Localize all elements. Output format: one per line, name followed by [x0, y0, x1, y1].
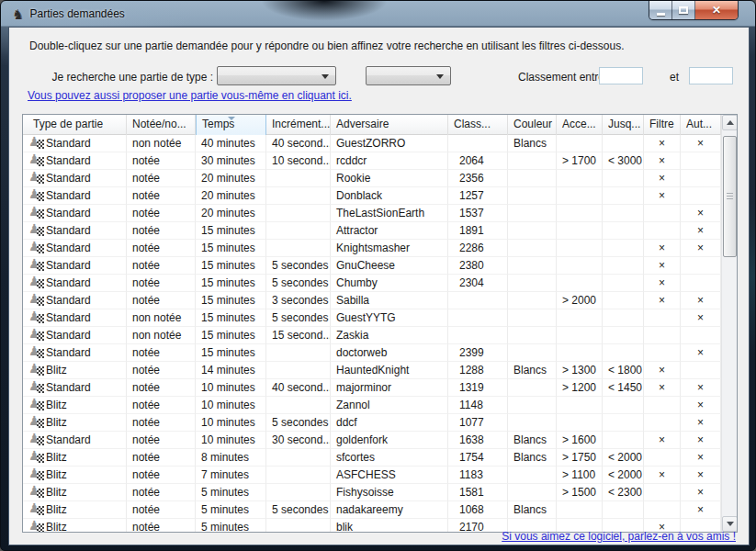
column-header-rated[interactable]: Notée/no...: [127, 115, 196, 135]
cell-type: Standard: [23, 379, 127, 397]
column-header-label: Notée/no...: [132, 118, 186, 130]
game-row[interactable]: Standardnotée20 minutesTheLastSionEarth1…: [23, 205, 723, 222]
game-row[interactable]: Blitznotée5 minutesFishysoisse1581> 1500…: [23, 484, 723, 501]
cell-to: [603, 222, 644, 240]
game-row[interactable]: Blitznotée10 minutesZannol1148×: [23, 397, 723, 414]
cell-increment: 5 secondes: [266, 309, 331, 327]
column-header-from[interactable]: Acce...: [557, 115, 603, 135]
game-row[interactable]: Standardnotée30 minutes10 second...rcddc…: [23, 152, 723, 170]
cell-rating: 2170: [448, 519, 508, 533]
game-row[interactable]: Standardnotée15 minutesAttractor1891×: [23, 222, 723, 240]
cell-type: Standard: [23, 135, 127, 152]
cell-filter: [644, 309, 681, 327]
cell-opponent: nadakareemy: [331, 501, 448, 519]
minimize-icon: [657, 13, 665, 16]
column-header-label: Class...: [454, 118, 491, 130]
close-button[interactable]: ✕: [695, 1, 738, 19]
chess-pawn-icon: [28, 172, 44, 186]
cell-rating: [448, 327, 508, 344]
cell-rated: non notée: [127, 327, 196, 344]
game-row[interactable]: Standardnotée15 minutes3 secondesSabilla…: [23, 292, 723, 309]
dialog-window: ♞ Parties demandées ✕ Double-cliquez sur…: [0, 0, 756, 551]
cell-to: [603, 501, 644, 519]
cell-rating: [448, 135, 508, 152]
cell-auto: ×: [681, 205, 721, 222]
cell-to: [603, 327, 644, 344]
cell-color: [508, 379, 557, 397]
cell-filter: [644, 501, 681, 519]
cell-rated: notée: [127, 222, 196, 240]
game-type-combobox[interactable]: [217, 66, 336, 85]
cell-increment: 40 second...: [266, 135, 331, 152]
chess-pawn-icon: [28, 276, 44, 290]
minimize-button[interactable]: [649, 1, 672, 19]
game-row[interactable]: Blitznotée14 minutesHauntedKnight1288Bla…: [23, 362, 723, 379]
column-header-auto[interactable]: Aut...: [681, 115, 721, 135]
scrollbar-thumb[interactable]: [723, 136, 737, 257]
cell-rating: 1891: [448, 222, 508, 240]
cell-opponent: Zannol: [331, 397, 448, 414]
cell-color: [508, 484, 557, 501]
cell-opponent: ASFCHESS: [331, 467, 448, 484]
rating-min-input[interactable]: [599, 67, 643, 84]
game-row[interactable]: Standardnotée10 minutes30 second...golde…: [23, 432, 723, 449]
cell-type: Blitz: [23, 449, 127, 467]
chess-pawn-icon: [28, 451, 44, 465]
column-header-type[interactable]: Type de partie: [23, 115, 127, 135]
column-header-opponent[interactable]: Adversaire: [331, 115, 448, 135]
game-row[interactable]: Standardnon notée15 minutes15 second...Z…: [23, 327, 723, 344]
game-row[interactable]: Blitznotée8 minutessfcortes1754Blancs> 1…: [23, 449, 723, 467]
vertical-scrollbar[interactable]: [721, 115, 737, 532]
column-header-label: Acce...: [562, 118, 596, 130]
cell-auto: [681, 257, 721, 275]
cell-color: [508, 257, 557, 275]
cell-to: < 1800: [603, 362, 644, 379]
scrollbar-up-button[interactable]: [722, 115, 738, 130]
column-header-to[interactable]: Jusq...: [603, 115, 644, 135]
column-header-color[interactable]: Couleur: [508, 115, 557, 135]
game-row[interactable]: Standardnotée15 minutes5 secondesGnuChee…: [23, 257, 723, 275]
game-row[interactable]: Blitznotée5 minutes5 secondesnadakareemy…: [23, 501, 723, 519]
cell-opponent: GnuCheese: [331, 257, 448, 275]
cell-time: 15 minutes: [196, 257, 266, 275]
chess-pawn-icon: [28, 137, 44, 151]
title-bar[interactable]: ♞ Parties demandées: [1, 1, 755, 27]
column-header-increment[interactable]: Incrément...: [266, 115, 331, 135]
cell-rating: 1183: [448, 467, 508, 484]
game-row[interactable]: Standardnotée20 minutesDonblack1257×: [23, 187, 723, 205]
game-row[interactable]: Standardnon notée40 minutes40 second...G…: [23, 135, 723, 152]
propose-game-link[interactable]: Vous pouvez aussi proposer une partie vo…: [28, 89, 352, 102]
column-header-filter[interactable]: Filtre: [644, 115, 681, 135]
rating-max-input[interactable]: [689, 67, 733, 84]
cell-type: Blitz: [23, 519, 127, 533]
cell-rated: notée: [127, 484, 196, 501]
games-listview: Type de partieNotée/no...TempsIncrément.…: [22, 114, 738, 533]
game-row[interactable]: Standardnotée20 minutesRookie2356×: [23, 170, 723, 187]
cell-from: [557, 205, 603, 222]
game-row[interactable]: Blitznotée10 minutes5 secondesddcf1077×: [23, 414, 723, 432]
cell-opponent: GuestZORRO: [331, 135, 448, 152]
game-row[interactable]: Standardnotée15 minutesdoctorweb2399×: [23, 344, 723, 362]
game-row[interactable]: Standardnotée15 minutes5 secondesChumby2…: [23, 275, 723, 292]
cell-increment: 30 second...: [266, 432, 331, 449]
cell-from: [557, 327, 603, 344]
cell-opponent: Donblack: [331, 187, 448, 205]
cell-rated: notée: [127, 152, 196, 170]
cell-color: [508, 414, 557, 432]
cell-rating: 1581: [448, 484, 508, 501]
maximize-button[interactable]: [672, 1, 695, 19]
cell-to: < 1450: [603, 379, 644, 397]
tell-friends-link[interactable]: Si vous aimez ce logiciel, parlez-en à v…: [502, 530, 736, 543]
cell-opponent: Fishysoisse: [331, 484, 448, 501]
chess-pawn-icon: [28, 433, 44, 447]
game-row[interactable]: Standardnotée15 minutesKnightsmasher2286…: [23, 240, 723, 257]
column-header-time[interactable]: Temps: [196, 115, 266, 135]
cell-increment: 15 second...: [266, 327, 331, 344]
secondary-filter-combobox[interactable]: [366, 66, 451, 85]
game-row[interactable]: Standardnotée10 minutes40 second...major…: [23, 379, 723, 397]
cell-opponent: Rookie: [331, 170, 448, 187]
game-row[interactable]: Blitznotée7 minutesASFCHESS1183> 1100< 2…: [23, 467, 723, 484]
cell-filter: ×: [644, 292, 681, 309]
column-header-rating[interactable]: Class...: [448, 115, 508, 135]
game-row[interactable]: Standardnon notée15 minutes5 secondesGue…: [23, 309, 723, 327]
